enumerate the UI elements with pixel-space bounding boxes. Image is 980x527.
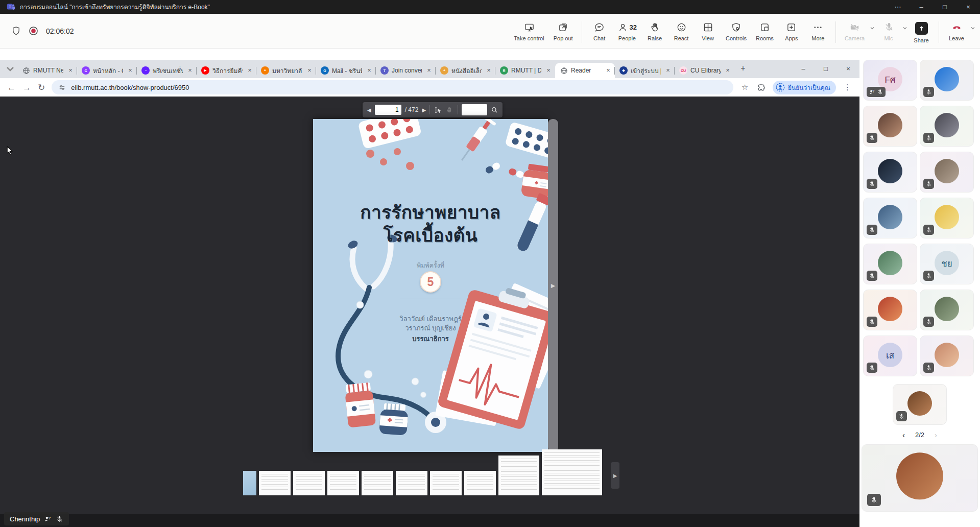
avatar	[878, 159, 902, 183]
url-bar[interactable]: elib.rmutt.ac.th/book/show-product/6950	[52, 80, 733, 94]
tab-close-icon[interactable]: ×	[604, 66, 612, 75]
browser-tab[interactable]: CUCU Elibrary |×	[675, 63, 734, 78]
page-thumbnail[interactable]	[293, 471, 325, 495]
page-thumbnail[interactable]	[396, 471, 427, 495]
pager-previous-icon[interactable]: ‹	[902, 430, 905, 439]
participant-tile[interactable]: ชย	[920, 244, 974, 284]
reader-scrollbar[interactable]: ▶	[548, 119, 558, 452]
hand-tool-icon[interactable]	[445, 106, 453, 114]
participant-tile[interactable]	[863, 290, 917, 330]
pager-next-icon[interactable]: ›	[935, 430, 937, 439]
participant-tile[interactable]	[863, 106, 917, 147]
browser-tab[interactable]: ✦หนังสืออิเล็กทร×	[436, 63, 495, 78]
pop-out-button[interactable]: Pop out	[549, 18, 578, 41]
back-icon[interactable]: ←	[7, 83, 16, 92]
pop-out-icon	[558, 22, 568, 33]
tab-search-chevron-icon[interactable]	[4, 63, 16, 75]
close-button[interactable]: ×	[957, 0, 980, 14]
participant-tile[interactable]: เส	[863, 336, 917, 376]
next-page-icon[interactable]: ▶	[422, 107, 426, 113]
page-thumbnail[interactable]	[362, 471, 393, 495]
browser-minimize-button[interactable]: –	[792, 60, 815, 77]
browser-menu-icon[interactable]: ⋮	[843, 83, 852, 92]
participant-tile[interactable]	[862, 444, 978, 512]
mic-button[interactable]: Mic	[875, 18, 902, 41]
tab-close-icon[interactable]: ×	[365, 66, 373, 75]
people-button[interactable]: 32 People	[613, 18, 641, 41]
page-thumbnail[interactable]	[243, 471, 256, 495]
page-thumbnail[interactable]	[327, 471, 359, 495]
page-thumbnail[interactable]	[542, 449, 602, 495]
tab-close-icon[interactable]: ×	[305, 66, 314, 75]
page-thumbnail[interactable]	[259, 471, 291, 495]
thumbnail-next-button[interactable]: ▶	[611, 462, 619, 489]
minimize-button[interactable]: –	[910, 0, 933, 14]
take-control-button[interactable]: Take control	[509, 18, 548, 41]
search-icon[interactable]	[491, 106, 498, 114]
raise-hand-button[interactable]: Raise	[641, 18, 668, 41]
next-page-arrow-icon[interactable]: ▶	[551, 282, 555, 289]
browser-tab[interactable]: ◆เข้าสู่ระบบ | มห×	[615, 63, 675, 78]
maximize-button[interactable]: □	[933, 0, 957, 14]
profile-chip[interactable]: ยืนยันว่าเป็นคุณ	[773, 81, 836, 94]
page-thumbnail[interactable]	[430, 471, 462, 495]
select-text-tool-icon[interactable]	[434, 106, 442, 114]
more-button[interactable]: More	[805, 18, 831, 41]
participant-tile[interactable]: Fศ?	[863, 60, 917, 101]
new-tab-button[interactable]: +	[736, 62, 750, 75]
tab-close-icon[interactable]: ×	[425, 66, 433, 75]
forward-icon[interactable]: →	[22, 83, 31, 92]
camera-button[interactable]: Camera	[840, 18, 869, 41]
participant-tile[interactable]	[920, 106, 974, 147]
browser-tab[interactable]: ✦มหาวิทยาลัยเ×	[256, 63, 316, 78]
reader-search-input[interactable]	[462, 104, 487, 115]
tab-close-icon[interactable]: ×	[664, 66, 672, 75]
participant-tile[interactable]	[920, 290, 974, 330]
participant-tile[interactable]	[920, 336, 974, 376]
tab-close-icon[interactable]: ×	[544, 66, 553, 75]
tab-close-icon[interactable]: ×	[66, 66, 75, 75]
browser-restore-button[interactable]: □	[815, 60, 837, 77]
tab-close-icon[interactable]: ×	[246, 66, 254, 75]
browser-tab-active[interactable]: Reader×	[555, 63, 615, 78]
previous-page-icon[interactable]: ◀	[367, 107, 371, 113]
participant-tile[interactable]	[920, 60, 974, 101]
mic-chevron-icon[interactable]	[902, 25, 908, 31]
leave-chevron-icon[interactable]	[970, 25, 976, 31]
page-thumbnail[interactable]	[498, 456, 539, 495]
participant-tile[interactable]	[893, 384, 947, 425]
react-button[interactable]: React	[668, 18, 695, 41]
share-button[interactable]: Share	[908, 18, 935, 43]
participant-tile[interactable]	[863, 198, 917, 238]
browser-tab[interactable]: RRMUTT | Dig×	[495, 63, 555, 78]
camera-chevron-icon[interactable]	[869, 25, 875, 31]
participant-tile[interactable]	[863, 244, 917, 284]
participant-tile[interactable]	[920, 152, 974, 193]
browser-tab[interactable]: RMUTT Netw×	[17, 63, 77, 78]
tab-close-icon[interactable]: ×	[126, 66, 134, 75]
controls-button[interactable]: Controls	[721, 18, 751, 41]
rooms-button[interactable]: Rooms	[751, 18, 778, 41]
view-button[interactable]: View	[695, 18, 721, 41]
reload-icon[interactable]: ↻	[38, 83, 45, 92]
extensions-icon[interactable]	[756, 83, 766, 92]
leave-button[interactable]: Leave	[943, 18, 970, 41]
tab-close-icon[interactable]: ×	[485, 66, 493, 75]
browser-close-button[interactable]: ×	[837, 60, 859, 77]
browser-tab[interactable]: Cหน้าหลัก - Ca×	[77, 63, 137, 78]
browser-tab[interactable]: TJoin convers×	[376, 63, 436, 78]
site-info-icon[interactable]	[58, 84, 66, 91]
page-thumbnail[interactable]	[464, 471, 496, 495]
participant-tile[interactable]	[863, 152, 917, 193]
tab-close-icon[interactable]: ×	[724, 66, 732, 75]
browser-tab[interactable]: OMail - ชรินทิ×	[316, 63, 376, 78]
apps-button[interactable]: Apps	[778, 18, 805, 41]
page-number-input[interactable]	[375, 105, 401, 115]
browser-tab[interactable]: ▶วิธีการยืมคืน e×	[197, 63, 256, 78]
participant-tile[interactable]	[920, 198, 974, 238]
browser-tab[interactable]: ◔พรีเซนเทชั่น -×	[137, 63, 197, 78]
titlebar-more-button[interactable]: ⋯	[886, 0, 910, 14]
bookmark-star-icon[interactable]: ☆	[740, 83, 750, 92]
tab-close-icon[interactable]: ×	[186, 66, 194, 75]
chat-button[interactable]: Chat	[586, 18, 613, 41]
